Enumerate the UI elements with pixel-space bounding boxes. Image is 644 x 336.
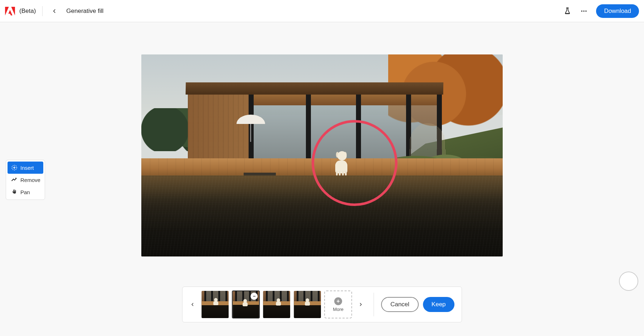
variation-thumb-1[interactable] (201, 291, 229, 318)
variation-thumb-4[interactable] (293, 291, 321, 318)
svg-point-0 (581, 10, 582, 11)
remove-icon (11, 177, 18, 183)
app-header: (Beta) Generative fill Download (0, 0, 644, 22)
plus-icon: + (334, 297, 342, 305)
adobe-logo-icon (5, 6, 15, 16)
variation-thumb-3[interactable] (263, 291, 291, 318)
more-menu-icon[interactable] (580, 7, 588, 15)
variations-panel: ··· + More Cancel Keep (182, 287, 462, 322)
tool-remove[interactable]: Remove (8, 174, 43, 186)
side-toolbar: Insert Remove Pan (6, 160, 45, 200)
next-variation-button[interactable] (355, 299, 366, 310)
header-divider (42, 6, 43, 16)
cancel-button[interactable]: Cancel (381, 297, 419, 312)
keep-button[interactable]: Keep (423, 297, 454, 312)
pan-icon (11, 189, 18, 195)
panel-divider (374, 293, 374, 316)
svg-point-1 (584, 10, 585, 11)
tool-insert-label: Insert (20, 165, 34, 171)
beaker-icon[interactable] (563, 7, 572, 15)
action-buttons: Cancel Keep (381, 297, 457, 312)
svg-point-4 (15, 178, 16, 179)
tool-pan[interactable]: Pan (8, 186, 43, 198)
variation-thumbnails: ··· + More (198, 291, 355, 318)
chevron-left-icon (52, 9, 57, 14)
tool-pan-label: Pan (20, 189, 30, 195)
help-bubble[interactable] (619, 272, 638, 291)
download-button[interactable]: Download (596, 4, 639, 18)
variation-thumb-2[interactable]: ··· (232, 291, 260, 318)
thumb-options-icon[interactable]: ··· (250, 293, 258, 300)
tool-remove-label: Remove (20, 177, 40, 183)
prev-variation-button[interactable] (187, 299, 198, 310)
insert-icon (11, 164, 18, 171)
svg-point-2 (586, 10, 587, 11)
chevron-right-icon (358, 302, 363, 307)
canvas-image[interactable] (141, 54, 503, 256)
generated-dog (332, 151, 351, 173)
chevron-left-icon (190, 302, 195, 307)
generate-more-button[interactable]: + More (324, 291, 352, 318)
breadcrumb: Generative fill (66, 8, 103, 15)
beta-label: (Beta) (19, 8, 36, 15)
more-label: More (333, 307, 343, 312)
canvas-area (141, 54, 503, 256)
back-button[interactable] (49, 6, 60, 16)
tool-insert[interactable]: Insert (8, 162, 43, 174)
